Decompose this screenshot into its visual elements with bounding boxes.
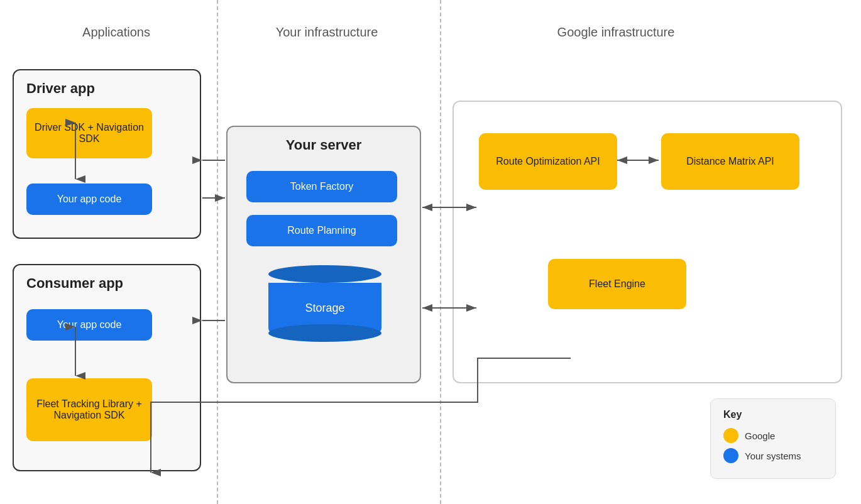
driver-app-code-box: Your app code bbox=[26, 184, 152, 215]
storage-cylinder: Storage bbox=[268, 265, 381, 342]
google-infra-box: Route Optimization API Distance Matrix A… bbox=[452, 101, 842, 383]
cylinder-bottom bbox=[268, 324, 381, 342]
header-google-infra: Google infrastructure bbox=[490, 25, 742, 40]
key-label-your-systems: Your systems bbox=[745, 451, 801, 461]
fleet-tracking-box: Fleet Tracking Library + Navigation SDK bbox=[26, 378, 152, 441]
driver-sdk-box: Driver SDK + Navigation SDK bbox=[26, 108, 152, 158]
header-applications: Applications bbox=[38, 25, 195, 40]
key-dot-google bbox=[723, 428, 738, 443]
driver-app-box: Driver app Driver SDK + Navigation SDK Y… bbox=[13, 69, 201, 239]
your-server-title: Your server bbox=[286, 137, 362, 153]
distance-matrix-box: Distance Matrix API bbox=[661, 133, 799, 190]
fleet-engine-box: Fleet Engine bbox=[548, 259, 686, 309]
key-dot-your-systems bbox=[723, 448, 738, 463]
route-optimization-box: Route Optimization API bbox=[479, 133, 617, 190]
consumer-app-title: Consumer app bbox=[26, 275, 123, 292]
key-item-your-systems: Your systems bbox=[723, 448, 823, 463]
key-item-google: Google bbox=[723, 428, 823, 443]
consumer-app-code-box: Your app code bbox=[26, 309, 152, 341]
header-your-infra: Your infrastructure bbox=[239, 25, 415, 40]
key-title: Key bbox=[723, 409, 823, 420]
diagram-container: Applications Your infrastructure Google … bbox=[0, 0, 861, 504]
cylinder-top bbox=[268, 265, 381, 283]
key-label-google: Google bbox=[745, 430, 775, 441]
driver-app-title: Driver app bbox=[26, 80, 95, 97]
token-factory-box: Token Factory bbox=[246, 171, 397, 202]
your-server-box: Your server Token Factory Route Planning… bbox=[226, 126, 421, 383]
divider-right bbox=[440, 0, 441, 504]
divider-left bbox=[217, 0, 218, 504]
key-box: Key Google Your systems bbox=[710, 398, 836, 479]
route-planning-box: Route Planning bbox=[246, 215, 397, 246]
consumer-app-box: Consumer app Your app code Fleet Trackin… bbox=[13, 264, 201, 471]
